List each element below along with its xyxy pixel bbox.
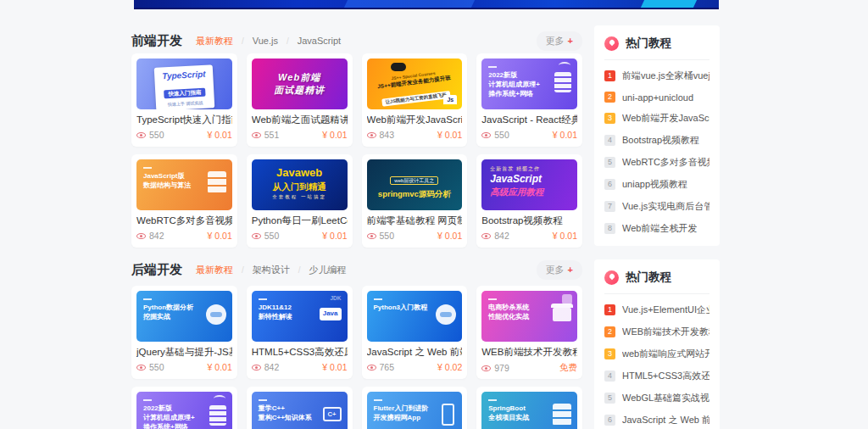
hot-item[interactable]: 3Web前端开发JavaScript高薪课 bbox=[604, 112, 709, 125]
course-thumbnail: JS++ Special Courses JS++前端开发业务能力提升班 让JS… bbox=[367, 58, 463, 109]
course-price: ¥ 0.01 bbox=[322, 362, 347, 372]
course-title: WebRTC多对多音视频... bbox=[136, 214, 232, 227]
course-card[interactable]: SpringBoot 全栈项目实战 bbox=[476, 387, 582, 429]
hot-item[interactable]: 7Vue.js实现电商后台管理系统 bbox=[604, 200, 709, 213]
course-card[interactable]: Javaweb 从入门到精通 全套教程 一站搞定 Python每日一刷LeetC… bbox=[247, 154, 353, 248]
thumb-text: 2022新版 bbox=[143, 404, 225, 414]
flame-icon bbox=[604, 270, 619, 285]
course-card[interactable]: TypeScript 快速入门指南 快速上手 调试实战 TypeScript快速… bbox=[131, 53, 237, 147]
view-count: 842 bbox=[252, 362, 280, 372]
thumb-text: 从入门到精通 bbox=[259, 181, 341, 192]
course-card[interactable]: 重学C++ 重构C++知识体系 C+ bbox=[247, 387, 353, 429]
rank-badge: 1 bbox=[604, 70, 615, 81]
more-label: 更多 bbox=[546, 36, 565, 46]
thumb-sheet: TypeScript 快速入门指南 快速上手 调试实战 bbox=[153, 64, 214, 109]
course-card[interactable]: 2022新版 计算机组成原理+ 操作系统+网络 JavaScript - Rea… bbox=[476, 53, 582, 147]
course-title: Web前端开发JavaScrip... bbox=[367, 114, 463, 126]
hot-item[interactable]: 8Web前端全栈开发 bbox=[604, 222, 709, 235]
dash-decoration bbox=[488, 298, 497, 300]
thumb-text: 操作系统+网络 bbox=[143, 423, 225, 429]
course-footer: 842 ¥ 0.01 bbox=[252, 362, 348, 372]
thumb-text-group: Flutter入门到进阶 开发携程网App bbox=[374, 399, 456, 423]
hot-item-label: Web前端开发JavaScript高薪课 bbox=[622, 112, 709, 125]
hot-list: 1前端vue.js全家桶vuejs教程vu 2uni-app+unicloud … bbox=[604, 70, 709, 235]
hot-item[interactable]: 1Vue.js+ElementUI企业级管 bbox=[604, 304, 709, 316]
banner-streak bbox=[344, 0, 475, 8]
eye-icon bbox=[367, 233, 376, 239]
hot-item[interactable]: 2WEB前端技术开发教程 bbox=[604, 326, 709, 338]
course-card[interactable]: 电商秒杀系统 性能优化实战 WEB前端技术开发教程 979 免费 bbox=[476, 286, 582, 379]
course-title: 前端零基础教程 网页制... bbox=[367, 214, 463, 227]
course-thumbnail: 2022新版 计算机组成原理+ 操作系统+网络 bbox=[136, 392, 232, 429]
hot-item[interactable]: 4Bootstrap视频教程 bbox=[604, 134, 709, 147]
rank-badge: 2 bbox=[604, 92, 615, 103]
course-grid: TypeScript 快速入门指南 快速上手 调试实战 TypeScript快速… bbox=[131, 53, 582, 248]
course-card[interactable]: 全新首发 精髓之作 JavaScript 高级应用教程 Bootstrap视频教… bbox=[476, 154, 582, 248]
dash-decoration bbox=[259, 298, 267, 300]
course-card[interactable]: Web前端 面试题精讲 Web前端之面试题精讲 551 ¥ 0.01 bbox=[247, 53, 353, 147]
hot-item[interactable]: 5WebRTC多对多音视频会议 bbox=[604, 156, 709, 169]
thumb-text: 电商秒杀系统 bbox=[488, 304, 570, 313]
thumb-text: 面试题精讲 bbox=[274, 84, 325, 97]
course-price: ¥ 0.02 bbox=[437, 362, 462, 372]
speech-bubble-icon bbox=[391, 63, 406, 71]
tab-vuejs[interactable]: Vue.js bbox=[253, 36, 278, 46]
dash-decoration bbox=[143, 167, 152, 169]
section-backend: 后端开发 最新教程 / 架构设计 / 少儿编程 更多+ Python数据分析 挖… bbox=[131, 261, 582, 429]
tab-separator: / bbox=[242, 265, 244, 275]
dash-decoration bbox=[488, 399, 497, 401]
course-card[interactable]: web层设计工具之 springmvc源码分析 前端零基础教程 网页制... 5… bbox=[362, 154, 468, 248]
sidebar: 热门教程 1前端vue.js全家桶vuejs教程vu 2uni-app+unic… bbox=[594, 25, 720, 429]
hot-item[interactable]: 4HTML5+CSS3高效还原PSD... bbox=[604, 370, 709, 382]
course-thumbnail: Python3入门教程 bbox=[367, 291, 463, 342]
tab-latest[interactable]: 最新教程 bbox=[196, 264, 233, 276]
thumb-text: 操作系统+网络 bbox=[488, 90, 570, 99]
carousel-banner[interactable] bbox=[134, 0, 719, 9]
view-count-value: 550 bbox=[264, 231, 280, 241]
tab-javascript[interactable]: JavaScript bbox=[298, 36, 341, 46]
thumb-text: 快速上手 调试实战 bbox=[164, 100, 208, 108]
section-frontend: 前端开发 最新教程 / Vue.js / JavaScript 更多+ Type… bbox=[131, 32, 582, 248]
course-title: HTML5+CSS3高效还原... bbox=[252, 346, 348, 359]
course-thumbnail: Flutter入门到进阶 开发携程网App bbox=[367, 392, 463, 429]
thumb-text: 全栈项目实战 bbox=[488, 414, 570, 423]
thumb-text: Flutter入门到进阶 bbox=[374, 404, 456, 414]
rank-badge: 3 bbox=[604, 348, 615, 359]
thumb-text: 让JS既能力与工资的直线飞跃 bbox=[381, 91, 450, 107]
hot-item[interactable]: 5WebGL基础篇实战视频课程 bbox=[604, 392, 709, 404]
js-badge: Js bbox=[443, 95, 457, 106]
course-thumbnail: Web前端 面试题精讲 bbox=[252, 58, 348, 109]
course-footer: 550 ¥ 0.01 bbox=[136, 130, 232, 140]
course-card[interactable]: JS++ Special Courses JS++前端开发业务能力提升班 让JS… bbox=[362, 53, 468, 147]
tab-architecture[interactable]: 架构设计 bbox=[253, 264, 290, 276]
rank-badge: 3 bbox=[604, 113, 615, 124]
tab-latest[interactable]: 最新教程 bbox=[196, 35, 233, 47]
more-button[interactable]: 更多+ bbox=[537, 260, 582, 280]
section-header: 前端开发 最新教程 / Vue.js / JavaScript 更多+ bbox=[131, 32, 582, 49]
course-price: ¥ 0.01 bbox=[437, 231, 462, 241]
course-card[interactable]: 2022新版 计算机组成原理+ 操作系统+网络 bbox=[131, 387, 237, 429]
hot-tutorials-frontend: 热门教程 1前端vue.js全家桶vuejs教程vu 2uni-app+unic… bbox=[594, 25, 720, 246]
hot-item[interactable]: 2uni-app+unicloud bbox=[604, 92, 709, 103]
eye-icon bbox=[136, 365, 146, 370]
hot-title: 热门教程 bbox=[626, 270, 671, 285]
view-count-value: 550 bbox=[149, 362, 164, 372]
hot-item[interactable]: 6uniapp视频教程 bbox=[604, 178, 709, 191]
view-count: 842 bbox=[136, 231, 164, 241]
course-thumbnail: 重学C++ 重构C++知识体系 C+ bbox=[252, 392, 348, 429]
more-button[interactable]: 更多+ bbox=[537, 31, 582, 51]
hot-item[interactable]: 3web前端响应式网站开发系列... bbox=[604, 348, 709, 360]
hot-item[interactable]: 6JavaScript 之 Web 前端 bbox=[604, 414, 709, 426]
hot-list: 1Vue.js+ElementUI企业级管 2WEB前端技术开发教程 3web前… bbox=[604, 304, 709, 426]
course-card[interactable]: Python数据分析 挖掘实战 jQuery基础与提升-JS基... 550 ¥… bbox=[131, 286, 237, 379]
thumb-text: 快速入门指南 bbox=[164, 87, 205, 98]
course-card[interactable]: Flutter入门到进阶 开发携程网App bbox=[362, 387, 468, 429]
course-card[interactable]: JDK11&12 新特性解读 JDK Java HTML5+CSS3高效还原..… bbox=[247, 286, 353, 379]
hot-item[interactable]: 1前端vue.js全家桶vuejs教程vu bbox=[604, 70, 709, 82]
course-card[interactable]: JavaScript版 数据结构与算法 WebRTC多对多音视频... 842 … bbox=[131, 154, 237, 248]
course-card[interactable]: Python3入门教程 JavaScript 之 Web 前端 765 ¥ 0.… bbox=[362, 286, 468, 379]
course-footer: 842 ¥ 0.01 bbox=[481, 231, 577, 241]
view-count: 550 bbox=[367, 231, 395, 241]
flame-icon bbox=[604, 36, 619, 51]
tab-kids-coding[interactable]: 少儿编程 bbox=[309, 264, 347, 276]
